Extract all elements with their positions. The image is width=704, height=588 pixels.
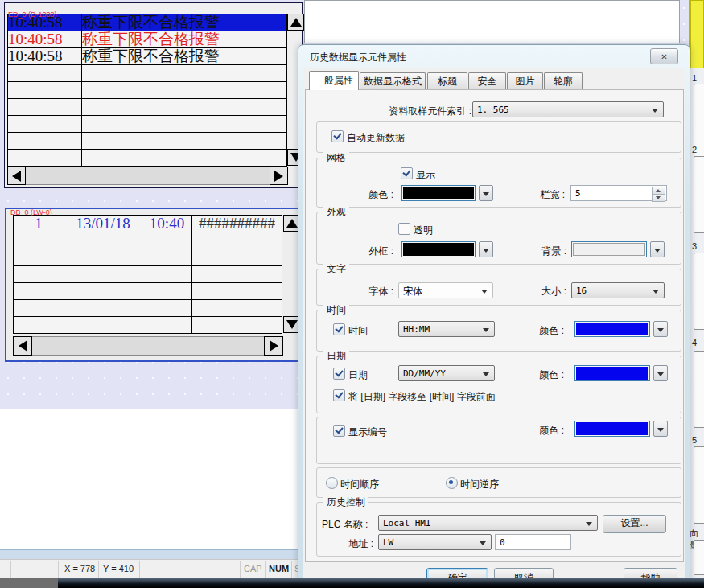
selected-item-highlight[interactable]	[690, 0, 704, 68]
number-color-picker[interactable]	[574, 421, 668, 437]
grid-color-picker[interactable]	[401, 185, 493, 201]
right-arrow-icon	[274, 171, 283, 182]
tab-security[interactable]: 安全	[468, 72, 506, 89]
scroll-left-button[interactable]	[7, 167, 26, 185]
bg-color-picker[interactable]	[571, 241, 665, 257]
tab-label: 数据显示格式	[364, 76, 422, 87]
time-ascending-radio[interactable]	[326, 477, 338, 489]
frame-color-picker[interactable]	[401, 241, 493, 257]
transparent-checkbox[interactable]	[398, 223, 410, 235]
palette-item-box[interactable]	[694, 156, 704, 233]
date-checkbox[interactable]	[333, 368, 345, 380]
dropdown-arrow-icon	[657, 372, 664, 376]
show-number-checkbox[interactable]	[333, 425, 345, 437]
num-lock-indicator: NUM	[269, 564, 289, 574]
horizontal-scroll-track[interactable]	[7, 167, 288, 185]
palette-item-number: 3	[692, 241, 697, 251]
tab-picture[interactable]: 图片	[507, 72, 543, 89]
combobox-value: 宋体	[403, 285, 422, 298]
combobox-value: 16	[576, 286, 587, 296]
history-data-properties-dialog: 历史数据显示元件属性 ✕ 一般属性 数据显示格式 标题 安全 图片 轮廓 资料取…	[298, 44, 690, 588]
group-title: 文字	[323, 263, 349, 274]
horizontal-scroll-track[interactable]	[13, 336, 283, 356]
os-taskbar[interactable]	[0, 578, 704, 588]
table-row	[8, 82, 287, 99]
history-table: 1 13/01/18 10:40 ##########	[13, 215, 282, 334]
table-row	[8, 133, 287, 150]
plc-name-combobox[interactable]: Local HMI	[378, 515, 598, 531]
auto-update-checkbox[interactable]	[331, 130, 344, 142]
time-checkbox[interactable]	[333, 323, 345, 335]
history-control-group: 历史控制 PLC 名称 : Local HMI 设置... 地址 : LW 0	[316, 502, 681, 557]
color-dropdown-button[interactable]	[479, 241, 493, 257]
dropdown-arrow-icon	[483, 328, 489, 332]
size-combobox[interactable]: 16	[571, 282, 665, 298]
tab-data-format[interactable]: 数据显示格式	[360, 72, 426, 89]
history-data-widget[interactable]: DB_0 (LW-0) 1 13/01/18 10:40 ##########	[5, 208, 304, 362]
scroll-left-button[interactable]	[13, 336, 32, 356]
spin-down-button[interactable]	[652, 194, 665, 202]
color-dropdown-button[interactable]	[479, 185, 493, 201]
palette-item-box[interactable]	[694, 540, 704, 575]
appearance-group: 外观 透明 外框 : 背景 :	[316, 212, 681, 265]
text-group: 文字 字体 : 宋体 大小 : 16	[316, 269, 681, 306]
address-value-input[interactable]: 0	[495, 534, 571, 550]
check-icon	[333, 131, 341, 140]
history-no: 1	[14, 216, 64, 232]
tab-profile[interactable]: 轮廓	[544, 72, 583, 89]
order-group: 时间顺序 时间逆序	[316, 467, 681, 498]
settings-button[interactable]: 设置...	[603, 515, 666, 533]
taskbar-segment	[0, 578, 58, 588]
date-before-time-checkbox[interactable]	[333, 389, 345, 401]
plc-name-label: PLC 名称 :	[322, 518, 368, 532]
font-combobox[interactable]: 宋体	[398, 282, 493, 298]
alarm-display-widget[interactable]: ED_0 (D-1000) 10:40:58 称重下限不合格报警 10:40:5…	[4, 2, 303, 188]
alarm-time: 10:40:58	[8, 48, 82, 65]
table-row: 1 13/01/18 10:40 ##########	[14, 216, 282, 232]
color-swatch	[576, 422, 648, 435]
time-group: 时间 时间 HH:MM 颜色 :	[316, 310, 681, 352]
grid-color-label: 颜色 :	[345, 188, 393, 202]
check-icon	[335, 368, 343, 377]
scroll-right-button[interactable]	[264, 336, 283, 356]
palette-item-box[interactable]	[694, 253, 704, 330]
color-dropdown-button[interactable]	[653, 421, 668, 437]
palette-item-box[interactable]	[694, 446, 704, 524]
table-row: 10:40:58 称重下限不合格报警	[8, 31, 287, 48]
date-format-combobox[interactable]: DD/MM/YY	[398, 365, 495, 381]
combobox-value: Local HMI	[383, 518, 431, 528]
address-type-combobox[interactable]: LW	[378, 534, 492, 550]
palette-item-box[interactable]	[694, 351, 704, 428]
grid-show-checkbox[interactable]	[401, 167, 413, 179]
color-swatch	[403, 187, 474, 199]
scroll-right-button[interactable]	[270, 167, 288, 185]
grid-group: 网格 显示 颜色 : 栏宽 : 5	[316, 158, 681, 208]
close-button[interactable]: ✕	[650, 48, 678, 64]
right-arrow-icon	[270, 340, 278, 352]
cursor-y-indicator: Y = 410	[103, 564, 134, 574]
color-swatch	[576, 323, 648, 335]
tab-general[interactable]: 一般属性	[309, 71, 359, 90]
time-color-picker[interactable]	[574, 321, 668, 337]
color-dropdown-button[interactable]	[650, 241, 665, 257]
cursor-x-indicator: X = 778	[64, 564, 95, 574]
tab-caption[interactable]: 标题	[427, 72, 467, 89]
check-icon	[402, 168, 410, 177]
radio-dot-icon	[449, 480, 453, 484]
time-format-combobox[interactable]: HH:MM	[398, 321, 495, 337]
tab-label: 一般属性	[315, 75, 353, 86]
sample-index-combobox[interactable]: 1. 565	[472, 101, 664, 117]
library-side-panel[interactable]: 1 2 3 4 5 向量	[689, 0, 704, 588]
palette-item-number: 4	[692, 338, 697, 347]
scroll-up-button[interactable]	[287, 14, 304, 31]
grid-colwidth-spinner[interactable]: 5	[570, 185, 667, 201]
time-descending-radio[interactable]	[446, 477, 458, 489]
dropdown-arrow-icon	[483, 249, 489, 253]
table-row	[8, 99, 287, 116]
color-dropdown-button[interactable]	[653, 365, 668, 381]
color-dropdown-button[interactable]	[653, 321, 668, 337]
number-group: 显示编号 颜色 :	[316, 417, 681, 464]
date-color-picker[interactable]	[574, 365, 668, 381]
table-row	[14, 283, 282, 300]
up-arrow-icon	[656, 189, 661, 192]
